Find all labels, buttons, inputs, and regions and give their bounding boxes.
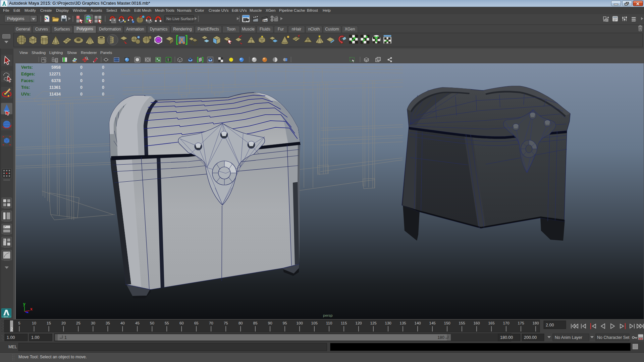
svg-text:0: 0 <box>102 85 104 90</box>
svg-text:20: 20 <box>61 321 66 325</box>
svg-text:5: 5 <box>18 321 20 325</box>
svg-text:135: 135 <box>400 321 406 325</box>
svg-text:5958: 5958 <box>51 65 61 70</box>
svg-text:75: 75 <box>224 321 228 325</box>
svg-text:125: 125 <box>370 321 377 325</box>
svg-text:140: 140 <box>415 321 421 325</box>
svg-text:110: 110 <box>326 321 332 325</box>
svg-text:15: 15 <box>47 321 51 325</box>
svg-text:x: x <box>30 307 33 311</box>
svg-text:70: 70 <box>209 321 213 325</box>
svg-text:T: T <box>167 58 169 62</box>
svg-text:0: 0 <box>80 72 83 76</box>
svg-text:10: 10 <box>32 321 36 325</box>
svg-text:Polygons: Polygons <box>7 16 24 21</box>
svg-text:180: 180 <box>437 335 444 340</box>
svg-text:175: 175 <box>518 321 524 325</box>
svg-text:y: y <box>23 302 25 306</box>
svg-text:2.00: 2.00 <box>546 323 554 327</box>
svg-text:0: 0 <box>102 65 104 70</box>
svg-text:65: 65 <box>194 321 199 325</box>
svg-text:Edges:: Edges: <box>21 72 35 76</box>
svg-text:30: 30 <box>91 321 95 325</box>
svg-text:0: 0 <box>102 78 104 83</box>
svg-text:95: 95 <box>283 321 287 325</box>
svg-text:0: 0 <box>80 65 83 70</box>
svg-text:90: 90 <box>268 321 272 325</box>
svg-text:130: 130 <box>385 321 391 325</box>
svg-text:170: 170 <box>503 321 509 325</box>
svg-text:55: 55 <box>165 321 169 325</box>
svg-text:160: 160 <box>473 321 480 325</box>
svg-text:12271: 12271 <box>49 72 61 76</box>
svg-text:UVs:: UVs: <box>21 92 31 97</box>
svg-text:100: 100 <box>297 321 303 325</box>
svg-text:115: 115 <box>341 321 347 325</box>
svg-text:155: 155 <box>459 321 465 325</box>
svg-text:Faces:: Faces: <box>21 78 35 83</box>
svg-text:1.00: 1.00 <box>31 335 39 340</box>
svg-text:0: 0 <box>80 85 83 90</box>
svg-text:145: 145 <box>429 321 436 325</box>
svg-text:MAYA: MAYA <box>4 316 8 318</box>
svg-text:85: 85 <box>253 321 258 325</box>
svg-text:200.00: 200.00 <box>524 335 537 340</box>
svg-text:No Character Set: No Character Set <box>597 335 630 340</box>
svg-text:60: 60 <box>179 321 184 325</box>
svg-text:120: 120 <box>356 321 362 325</box>
svg-text:0: 0 <box>102 72 104 76</box>
svg-text:1.00: 1.00 <box>7 335 15 340</box>
svg-text:1: 1 <box>64 335 67 340</box>
svg-text:IPR: IPR <box>263 19 267 22</box>
svg-text:35: 35 <box>106 321 110 325</box>
svg-text:180.00: 180.00 <box>500 335 513 340</box>
svg-text:0: 0 <box>102 92 104 97</box>
svg-text:80: 80 <box>238 321 243 325</box>
svg-text:Tris:: Tris: <box>21 85 30 90</box>
svg-text:0: 0 <box>80 78 83 83</box>
svg-text:11434: 11434 <box>49 92 61 97</box>
svg-text:2: 2 <box>11 327 13 331</box>
svg-text:45: 45 <box>135 321 140 325</box>
svg-text:40: 40 <box>120 321 125 325</box>
svg-text:165: 165 <box>488 321 494 325</box>
svg-text:11361: 11361 <box>49 85 61 90</box>
svg-text:25: 25 <box>76 321 80 325</box>
svg-text:105: 105 <box>311 321 318 325</box>
svg-text:150: 150 <box>444 321 450 325</box>
svg-text:No Live Surface: No Live Surface <box>166 17 194 21</box>
svg-text:180: 180 <box>532 321 539 325</box>
svg-text:persp: persp <box>323 313 333 317</box>
svg-text:6378: 6378 <box>51 78 61 83</box>
svg-text:Verts:: Verts: <box>21 65 33 70</box>
svg-text:50: 50 <box>150 321 154 325</box>
svg-text:0: 0 <box>80 92 83 97</box>
svg-text:No Anim Layer: No Anim Layer <box>555 335 582 340</box>
